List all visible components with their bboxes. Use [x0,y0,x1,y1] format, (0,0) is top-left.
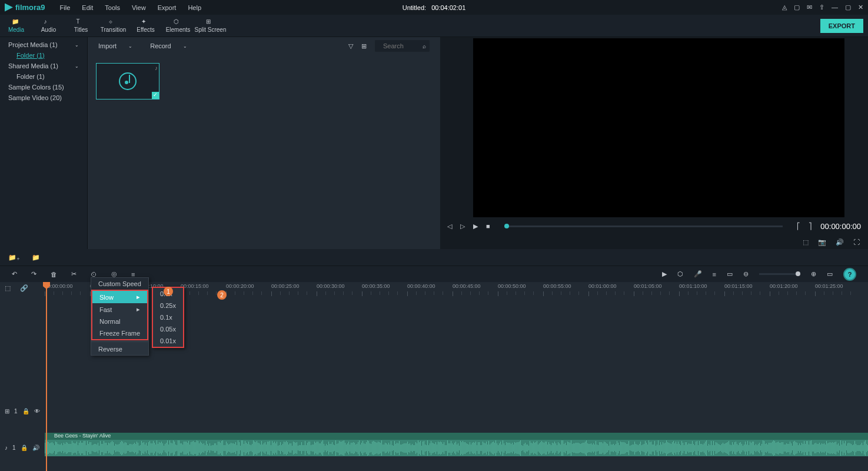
menu-edit[interactable]: Edit [76,4,99,11]
voiceover-icon[interactable]: 🎤 [694,270,702,278]
video-track-header[interactable]: ⊞1 🔒 👁 [5,408,40,414]
menu-tools[interactable]: Tools [99,4,126,11]
eye-icon[interactable]: 👁 [34,408,40,414]
play-button[interactable]: ▶ [473,223,478,230]
maximize-icon[interactable]: ▢ [845,4,851,11]
filter-icon[interactable]: ▽ [348,42,353,50]
mark-in-icon[interactable]: ⎡ [797,223,800,230]
custom-speed-item[interactable]: Custom Speed [91,278,148,290]
settings-button[interactable]: ≡ [131,271,135,278]
menu-export[interactable]: Export [152,4,182,11]
speed-option[interactable]: 0.1x [153,311,183,323]
tab-media[interactable]: 📁Media [0,15,32,37]
tab-split-screen[interactable]: ⊞Split Screen [194,15,227,37]
reverse-item[interactable]: Reverse [91,343,148,355]
ruler-tick: 00:01:20:00 [770,283,798,289]
menu-view[interactable]: View [126,4,152,11]
annotation-1: 1 [164,287,173,296]
mic-icon[interactable]: ⇪ [819,4,824,11]
lock-icon[interactable]: 🔒 [21,445,28,451]
search-input-wrap[interactable]: ⌕ [375,40,430,52]
record-dropdown[interactable]: Record ⌄ [150,42,187,49]
new-folder-icon[interactable]: 📁₊ [8,254,20,261]
tab-titles[interactable]: TTitles [65,15,97,37]
speed-button[interactable]: ⏲ [91,271,97,278]
sidebar-item[interactable]: Sample Video (20) [0,92,87,103]
zoom-out-icon[interactable]: ⊖ [743,270,749,278]
playhead[interactable] [46,282,47,471]
grid-icon[interactable]: ⊞ [361,42,367,50]
undo-button[interactable]: ↶ [12,270,17,278]
speed-fast[interactable]: Fast▸ [92,303,147,316]
prev-frame-button[interactable]: ◁ [447,223,452,230]
stop-button[interactable]: ■ [486,223,490,230]
sidebar-label: Folder (1) [16,52,45,59]
close-icon[interactable]: ✕ [858,4,863,11]
delete-button[interactable]: 🗑 [51,271,57,278]
redo-button[interactable]: ↷ [31,270,36,278]
export-button[interactable]: EXPORT [820,19,863,33]
user-icon[interactable]: ◬ [782,4,787,11]
menu-file[interactable]: File [54,4,77,11]
ratio-icon[interactable]: ▭ [727,270,733,278]
fullscreen-icon[interactable]: ⛶ [853,238,860,246]
tab-label: Transition [101,26,127,33]
snapshot-icon[interactable]: 📷 [818,238,826,246]
tab-effects[interactable]: ✦Effects [129,15,162,37]
progress-bar[interactable] [504,225,783,227]
sidebar-item[interactable]: Folder (1) [0,71,87,82]
zoom-handle[interactable] [796,271,800,276]
zoom-in-icon[interactable]: ⊕ [811,270,816,278]
sidebar-item[interactable]: Sample Colors (15) [0,82,87,92]
mark-out-icon[interactable]: ⎤ [809,223,812,230]
media-thumbnail[interactable]: ♪ ✓ [96,63,159,99]
split-button[interactable]: ✂ [71,270,77,278]
mixer-icon[interactable]: ≡ [713,271,716,278]
speed-option[interactable]: 0.25x [153,300,183,311]
sidebar-item[interactable]: Folder (1) [0,50,87,61]
speaker-icon[interactable]: 🔊 [32,445,39,451]
tab-transition[interactable]: ⟐Transition [97,15,129,37]
track-headers: ⬚ 🔗 ⊞1 🔒 👁 ♪1 🔒 🔊 [0,282,45,471]
tab-icon: ✦ [141,18,151,25]
search-input[interactable] [378,40,423,52]
ruler-tick: 00:01:00:00 [588,283,617,289]
lock-icon[interactable]: 🔒 [22,408,29,414]
step-back-button[interactable]: ▷ [460,223,465,230]
audio-clip[interactable]: Bee Gees - Stayin' Alive [45,433,868,456]
audio-track-header[interactable]: ♪1 🔒 🔊 [5,445,39,451]
marker-icon[interactable]: ⬡ [677,270,683,278]
tab-label: Elements [166,26,191,33]
link-icon[interactable]: 🔗 [20,284,28,292]
speed-freeze-frame[interactable]: Freeze Frame [92,327,147,339]
zoom-slider[interactable] [759,273,800,275]
sidebar-item[interactable]: Project Media (1)⌄ [0,39,87,50]
snap-icon[interactable]: ⬚ [5,284,11,292]
speed-option[interactable]: 0.05x [153,323,183,335]
preview-panel: ◁ ▷ ▶ ■ ⎡ ⎤ 00:00:00:00 ⬚ 📷 🔊 ⛶ [440,37,868,249]
menu-help[interactable]: Help [182,4,207,11]
progress-handle[interactable] [504,224,509,228]
tab-audio[interactable]: ♪Audio [32,15,65,37]
sidebar-item[interactable]: Shared Media (1)⌄ [0,61,87,71]
render-icon[interactable]: ▶ [662,270,667,278]
save-icon[interactable]: ▢ [794,4,800,11]
mail-icon[interactable]: ✉ [807,4,812,11]
tab-label: Audio [41,26,56,33]
import-dropdown[interactable]: Import ⌄ [98,42,132,49]
delete-folder-icon[interactable]: 📁 [32,254,40,261]
volume-icon[interactable]: 🔊 [836,238,844,246]
help-button[interactable]: ? [843,268,856,281]
timeline-main[interactable]: 00:00:00:0000:00:05:0000:00:10:0000:00:1… [45,282,868,471]
display-icon[interactable]: ⬚ [803,238,809,246]
fit-icon[interactable]: ▭ [827,270,833,278]
speed-slow[interactable]: Slow▸ [92,291,147,303]
minimize-icon[interactable]: — [832,4,838,11]
ruler-tick: 00:01:25:00 [815,283,843,289]
preview-video[interactable] [473,38,844,217]
search-icon[interactable]: ⌕ [423,43,426,49]
tab-elements[interactable]: ⬡Elements [162,15,194,37]
speed-normal[interactable]: Normal [92,316,147,327]
record-label: Record [150,42,171,49]
speed-option[interactable]: 0.01x [153,335,183,347]
